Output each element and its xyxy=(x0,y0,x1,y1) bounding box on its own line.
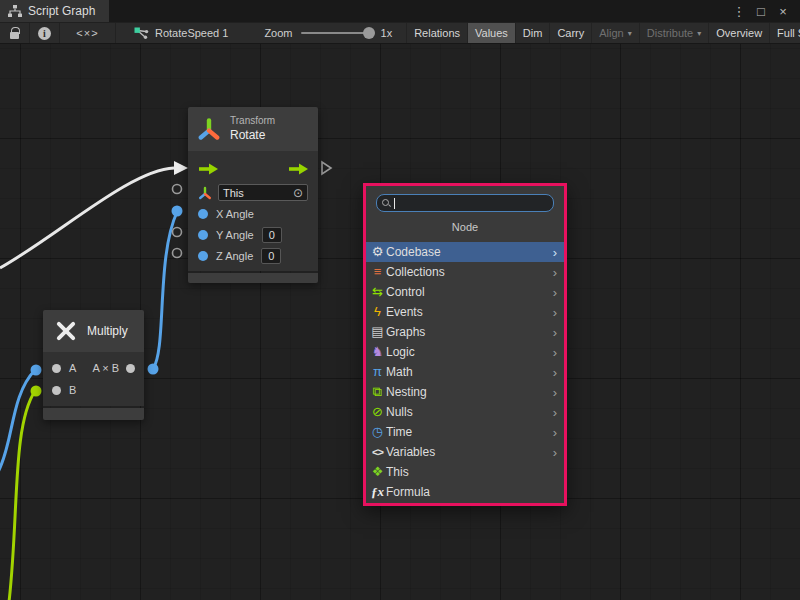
toolbar-button-relations[interactable]: Relations xyxy=(406,23,467,43)
z-angle-port-row: Z Angle 0 xyxy=(188,245,318,266)
finder-item-codebase[interactable]: ⚙Codebase› xyxy=(366,242,564,262)
finder-item-nulls[interactable]: ⊘Nulls› xyxy=(366,402,564,422)
maximize-icon[interactable]: □ xyxy=(752,4,770,19)
graph-name-label: RotateSpeed 1 xyxy=(155,27,228,39)
this-object-field[interactable]: This ⊙ xyxy=(218,184,308,201)
finder-item-this[interactable]: ❖This xyxy=(366,462,564,482)
object-picker-icon[interactable]: ⊙ xyxy=(293,187,303,199)
finder-item-time[interactable]: ◷Time› xyxy=(366,422,564,442)
branch-arrows-icon: ⇆ xyxy=(369,282,386,302)
rotate-node-header[interactable]: Transform Rotate xyxy=(188,107,318,151)
y-angle-value-field[interactable]: 0 xyxy=(262,227,282,243)
xangle-input-wire-dot[interactable] xyxy=(172,206,183,217)
transform-mini-icon xyxy=(198,186,212,200)
y-angle-port-icon[interactable] xyxy=(198,230,208,240)
multiply-node-header[interactable]: Multiply xyxy=(43,310,144,352)
output-label: A × B xyxy=(92,362,119,374)
toolbar-button-dim[interactable]: Dim xyxy=(515,23,550,43)
flow-in-arrow-icon[interactable] xyxy=(198,163,218,175)
zangle-port-outer[interactable] xyxy=(173,249,182,258)
multiply-output-wire-dot[interactable] xyxy=(148,364,159,375)
multiply-icon xyxy=(55,320,77,342)
knight-icon: ♞ xyxy=(369,342,386,362)
toolbar-button-label: Dim xyxy=(523,27,543,39)
chevron-right-icon: › xyxy=(553,385,560,400)
finder-item-control[interactable]: ⇆Control› xyxy=(366,282,564,302)
toolbar-button-label: Values xyxy=(475,27,508,39)
folder-icon: ▤ xyxy=(369,322,386,342)
finder-item-label: Variables xyxy=(386,445,553,459)
graph-reference[interactable]: RotateSpeed 1 xyxy=(116,23,238,43)
search-icon xyxy=(382,199,390,207)
b-input-wire-dot[interactable] xyxy=(31,386,42,397)
info-icon: i xyxy=(38,27,51,40)
graph-toolbar: i <×> RotateSpeed 1 Zoom 1x RelationsVal… xyxy=(0,22,800,44)
text-caret xyxy=(394,198,395,209)
close-icon[interactable]: × xyxy=(774,4,792,19)
inspect-button[interactable]: i xyxy=(30,23,60,43)
chevron-right-icon: › xyxy=(553,305,560,320)
lightning-icon: ϟ xyxy=(369,302,386,322)
chevron-right-icon: › xyxy=(553,325,560,340)
flow-wire-white[interactable] xyxy=(0,168,174,268)
finder-header: Node xyxy=(366,212,564,240)
dropdown-arrow-icon: ▾ xyxy=(697,29,701,38)
node-category: Transform xyxy=(230,115,275,128)
window-menu-icon[interactable]: ⋮ xyxy=(730,4,748,19)
finder-item-label: Time xyxy=(386,425,553,439)
flow-out-port-outer[interactable] xyxy=(322,162,331,174)
this-port-outer[interactable] xyxy=(173,185,182,194)
chevron-right-icon: › xyxy=(553,265,560,280)
x-angle-label: X Angle xyxy=(216,208,254,220)
finder-item-logic[interactable]: ♞Logic› xyxy=(366,342,564,362)
chevron-right-icon: › xyxy=(553,405,560,420)
z-angle-value-field[interactable]: 0 xyxy=(261,248,281,264)
search-input[interactable] xyxy=(399,196,548,210)
code-view-button[interactable]: <×> xyxy=(60,23,116,43)
lock-button[interactable] xyxy=(0,23,30,43)
finder-item-math[interactable]: πMath› xyxy=(366,362,564,382)
finder-item-variables[interactable]: <>Variables› xyxy=(366,442,564,462)
toolbar-button-label: Align xyxy=(599,27,623,39)
graph-canvas[interactable]: Transform Rotate xyxy=(0,44,800,600)
finder-item-label: Nesting xyxy=(386,385,553,399)
dropdown-arrow-icon: ▾ xyxy=(628,29,632,38)
tab-script-graph[interactable]: Script Graph xyxy=(0,0,109,22)
yangle-port-outer[interactable] xyxy=(173,228,182,237)
finder-item-formula[interactable]: ƒxFormula xyxy=(366,482,564,502)
node-title: Multiply xyxy=(87,324,128,338)
zoom-slider-handle[interactable] xyxy=(363,27,375,39)
output-port-icon[interactable] xyxy=(126,364,135,373)
x-angle-port-icon[interactable] xyxy=(198,209,208,219)
a-input-port-icon[interactable] xyxy=(52,364,61,373)
node-multiply[interactable]: Multiply A A × B B xyxy=(43,310,144,420)
finder-item-events[interactable]: ϟEvents› xyxy=(366,302,564,322)
node-transform-rotate[interactable]: Transform Rotate xyxy=(188,107,318,283)
toolbar-button-distribute[interactable]: Distribute▾ xyxy=(639,23,708,43)
toolbar-button-carry[interactable]: Carry xyxy=(549,23,591,43)
zoom-slider[interactable] xyxy=(301,32,373,34)
finder-item-graphs[interactable]: ▤Graphs› xyxy=(366,322,564,342)
tab-title: Script Graph xyxy=(28,4,95,18)
finder-item-collections[interactable]: ≡Collections› xyxy=(366,262,564,282)
null-icon: ⊘ xyxy=(369,402,386,422)
toolbar-button-align[interactable]: Align▾ xyxy=(591,23,638,43)
a-input-wire-dot[interactable] xyxy=(31,365,42,376)
toolbar-button-values[interactable]: Values xyxy=(467,23,515,43)
toolbar-button-fullscreen[interactable]: Full Screen xyxy=(769,23,800,43)
finder-item-label: Events xyxy=(386,305,553,319)
b-input-port-icon[interactable] xyxy=(52,386,61,395)
finder-item-nesting[interactable]: ⧉Nesting› xyxy=(366,382,564,402)
zoom-control: Zoom 1x xyxy=(238,23,402,43)
gear-icon: ⚙ xyxy=(369,242,386,262)
hierarchy-icon: ⧉ xyxy=(369,382,386,402)
x-angle-port-row: X Angle xyxy=(188,203,318,224)
search-field[interactable] xyxy=(376,194,554,212)
node-title: Rotate xyxy=(230,128,275,143)
chevron-right-icon: › xyxy=(553,345,560,360)
flow-out-arrow-icon[interactable] xyxy=(288,163,308,175)
z-angle-port-icon[interactable] xyxy=(198,251,208,261)
a-port-row: A A × B xyxy=(43,357,144,379)
zoom-value: 1x xyxy=(381,27,393,39)
toolbar-button-overview[interactable]: Overview xyxy=(708,23,769,43)
